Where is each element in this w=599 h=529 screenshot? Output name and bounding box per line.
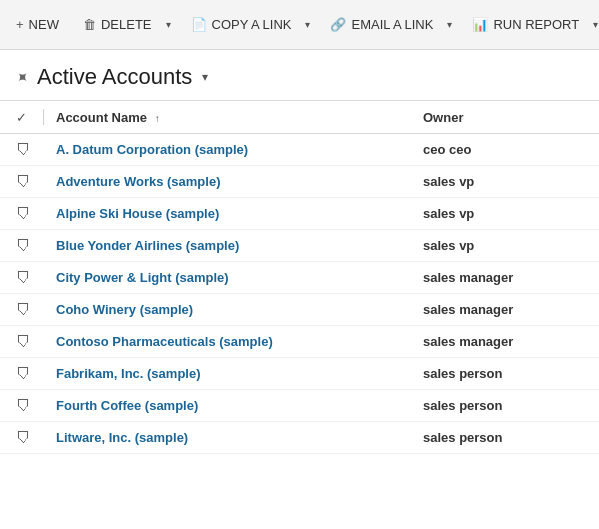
- account-org-icon: ⛉: [16, 237, 31, 254]
- account-owner: sales vp: [423, 206, 583, 221]
- account-name-link[interactable]: Litware, Inc. (sample): [56, 430, 188, 445]
- pin-icon[interactable]: ✦: [11, 66, 34, 89]
- account-owner: sales vp: [423, 174, 583, 189]
- row-check-area: ⛉: [16, 269, 56, 286]
- account-name-link[interactable]: City Power & Light (sample): [56, 270, 229, 285]
- row-check-area: ⛉: [16, 301, 56, 318]
- account-name-link[interactable]: Fourth Coffee (sample): [56, 398, 198, 413]
- table-row[interactable]: ⛉ A. Datum Corporation (sample) ceo ceo: [0, 134, 599, 166]
- table-row[interactable]: ⛉ Fabrikam, Inc. (sample) sales person: [0, 358, 599, 390]
- title-dropdown-icon[interactable]: ▾: [202, 70, 208, 84]
- account-name-link[interactable]: Adventure Works (sample): [56, 174, 220, 189]
- sort-asc-icon: ↑: [155, 113, 160, 124]
- email-link-button[interactable]: 🔗 EMAIL A LINK: [322, 11, 441, 38]
- page-title-area: ✦ Active Accounts ▾: [0, 50, 599, 100]
- email-link-icon: 🔗: [330, 17, 346, 32]
- toolbar: + NEW 🗑 DELETE ▾ 📄 COPY A LINK ▾ 🔗 EMAIL…: [0, 0, 599, 50]
- row-check-area: ⛉: [16, 141, 56, 158]
- account-owner: sales person: [423, 398, 583, 413]
- header-check-col: ✓: [16, 109, 56, 125]
- table-header: ✓ Account Name ↑ Owner: [0, 101, 599, 134]
- table-row[interactable]: ⛉ Litware, Inc. (sample) sales person: [0, 422, 599, 454]
- copy-link-button[interactable]: 📄 COPY A LINK: [183, 11, 300, 38]
- account-owner: sales person: [423, 366, 583, 381]
- delete-label: DELETE: [101, 17, 152, 32]
- account-name-link[interactable]: Fabrikam, Inc. (sample): [56, 366, 201, 381]
- account-owner: sales person: [423, 430, 583, 445]
- table-row[interactable]: ⛉ Coho Winery (sample) sales manager: [0, 294, 599, 326]
- col-divider: [43, 109, 44, 125]
- run-report-icon: 📊: [472, 17, 488, 32]
- account-org-icon: ⛉: [16, 205, 31, 222]
- account-owner: ceo ceo: [423, 142, 583, 157]
- delete-button[interactable]: 🗑 DELETE: [75, 11, 160, 38]
- table-row[interactable]: ⛉ Blue Yonder Airlines (sample) sales vp: [0, 230, 599, 262]
- account-org-icon: ⛉: [16, 173, 31, 190]
- email-link-label: EMAIL A LINK: [351, 17, 433, 32]
- copy-link-icon: 📄: [191, 17, 207, 32]
- delete-dropdown[interactable]: ▾: [162, 13, 175, 36]
- row-check-area: ⛉: [16, 429, 56, 446]
- account-owner: sales manager: [423, 302, 583, 317]
- account-org-icon: ⛉: [16, 365, 31, 382]
- table-row[interactable]: ⛉ Adventure Works (sample) sales vp: [0, 166, 599, 198]
- account-owner: sales manager: [423, 270, 583, 285]
- table-row[interactable]: ⛉ Fourth Coffee (sample) sales person: [0, 390, 599, 422]
- run-report-label: RUN REPORT: [493, 17, 579, 32]
- run-report-button[interactable]: 📊 RUN REPORT: [464, 11, 587, 38]
- page-title: Active Accounts: [37, 64, 192, 90]
- column-owner: Owner: [423, 110, 583, 125]
- account-owner: sales manager: [423, 334, 583, 349]
- row-check-area: ⛉: [16, 365, 56, 382]
- account-name-link[interactable]: A. Datum Corporation (sample): [56, 142, 248, 157]
- account-owner: sales vp: [423, 238, 583, 253]
- account-name-link[interactable]: Contoso Pharmaceuticals (sample): [56, 334, 273, 349]
- account-org-icon: ⛉: [16, 397, 31, 414]
- table-row[interactable]: ⛉ Alpine Ski House (sample) sales vp: [0, 198, 599, 230]
- new-button[interactable]: + NEW: [8, 11, 67, 38]
- account-org-icon: ⛉: [16, 333, 31, 350]
- account-org-icon: ⛉: [16, 141, 31, 158]
- row-check-area: ⛉: [16, 397, 56, 414]
- check-all-icon[interactable]: ✓: [16, 110, 27, 125]
- account-org-icon: ⛉: [16, 429, 31, 446]
- copy-link-label: COPY A LINK: [212, 17, 292, 32]
- row-check-area: ⛉: [16, 173, 56, 190]
- account-name-link[interactable]: Coho Winery (sample): [56, 302, 193, 317]
- accounts-table: ✓ Account Name ↑ Owner ⛉ A. Datum Corpor…: [0, 100, 599, 454]
- table-row[interactable]: ⛉ City Power & Light (sample) sales mana…: [0, 262, 599, 294]
- account-name-link[interactable]: Blue Yonder Airlines (sample): [56, 238, 239, 253]
- delete-icon: 🗑: [83, 17, 96, 32]
- account-name-link[interactable]: Alpine Ski House (sample): [56, 206, 219, 221]
- row-check-area: ⛉: [16, 333, 56, 350]
- account-org-icon: ⛉: [16, 301, 31, 318]
- row-check-area: ⛉: [16, 205, 56, 222]
- new-icon: +: [16, 17, 24, 32]
- column-account-name[interactable]: Account Name ↑: [56, 110, 423, 125]
- email-link-dropdown[interactable]: ▾: [443, 13, 456, 36]
- run-report-dropdown[interactable]: ▾: [589, 13, 599, 36]
- table-body: ⛉ A. Datum Corporation (sample) ceo ceo …: [0, 134, 599, 454]
- table-row[interactable]: ⛉ Contoso Pharmaceuticals (sample) sales…: [0, 326, 599, 358]
- account-org-icon: ⛉: [16, 269, 31, 286]
- copy-link-dropdown[interactable]: ▾: [301, 13, 314, 36]
- row-check-area: ⛉: [16, 237, 56, 254]
- new-label: NEW: [29, 17, 59, 32]
